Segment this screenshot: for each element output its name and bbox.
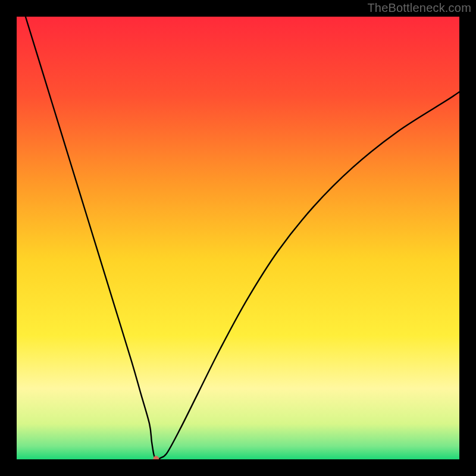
bottleneck-chart [17,17,459,459]
chart-frame: TheBottleneck.com [0,0,476,476]
watermark-text: TheBottleneck.com [367,1,471,15]
gradient-background [17,17,459,459]
plot-area [17,17,459,459]
